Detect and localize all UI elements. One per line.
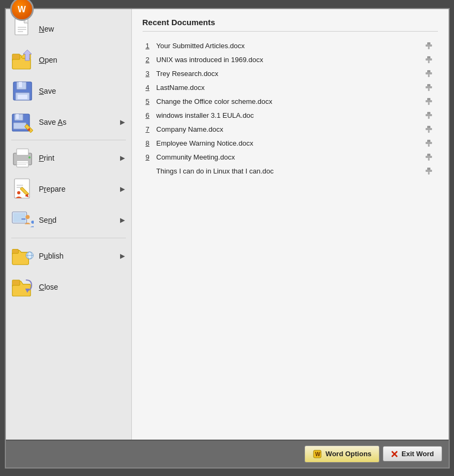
recent-doc-item[interactable]: 2UNIX was introduced in 1969.docx (143, 53, 438, 67)
exit-icon (391, 450, 398, 458)
recent-doc-item[interactable]: 3Trey Research.docx (143, 67, 438, 81)
sidebar-item-publish[interactable]: Publish▶ (6, 240, 131, 271)
sidebar: New Open Save Save As▶ (6, 9, 132, 440)
doc-number: 1 (146, 42, 157, 50)
doc-pin-icon[interactable] (423, 97, 435, 106)
svg-rect-48 (428, 61, 429, 63)
svg-rect-62 (426, 128, 432, 130)
doc-pin-icon[interactable] (423, 70, 435, 78)
doc-pin-icon[interactable] (423, 125, 435, 134)
doc-name: Things I can do in Linux that I can.doc (157, 167, 419, 175)
svg-rect-57 (428, 102, 429, 105)
svg-text:W: W (315, 451, 321, 457)
dialog-body: New Open Save Save As▶ (6, 9, 449, 440)
publish-icon (11, 245, 34, 267)
sidebar-item-prepare[interactable]: Prepare▶ (6, 173, 131, 205)
svg-rect-63 (428, 130, 429, 133)
divider-after-send (11, 238, 126, 238)
svg-rect-51 (428, 74, 429, 77)
print-arrow-icon: ▶ (120, 154, 125, 162)
recent-doc-item[interactable]: Things I can do in Linux that I can.doc (143, 164, 438, 178)
svg-rect-60 (428, 116, 429, 119)
svg-rect-45 (428, 47, 429, 49)
svg-point-32 (25, 215, 29, 219)
word-options-icon: W (312, 449, 322, 459)
svg-rect-54 (428, 88, 429, 91)
send-icon (11, 209, 34, 231)
doc-number: 7 (146, 125, 157, 133)
doc-name: Company Name.docx (157, 125, 419, 133)
svg-rect-50 (426, 72, 432, 74)
sidebar-label-save: Save (39, 87, 56, 95)
svg-rect-56 (426, 100, 432, 102)
recent-doc-item[interactable]: 5Change the Office color scheme.docx (143, 95, 438, 109)
sidebar-label-saveas: Save As (39, 118, 66, 126)
doc-pin-icon[interactable] (423, 167, 435, 176)
svg-rect-9 (19, 82, 22, 87)
svg-rect-72 (428, 172, 429, 175)
svg-point-21 (28, 156, 31, 158)
svg-rect-15 (13, 123, 26, 129)
word-options-button[interactable]: W Word Options (304, 445, 379, 463)
doc-name: Trey Research.docx (157, 70, 419, 78)
sidebar-label-close: Close (39, 283, 58, 291)
dialog-footer: W Word Options Exit Word (6, 440, 449, 467)
svg-rect-20 (17, 161, 28, 167)
svg-rect-69 (428, 158, 429, 161)
doc-pin-icon[interactable] (423, 56, 435, 64)
doc-number: 2 (146, 56, 157, 64)
doc-number: 8 (146, 139, 157, 147)
sidebar-label-send: Send (39, 216, 57, 224)
sidebar-item-close[interactable]: Close (6, 271, 131, 303)
doc-pin-icon[interactable] (423, 84, 435, 92)
svg-text:W: W (18, 5, 26, 14)
recent-doc-item[interactable]: 9Community Meeting.docx (143, 150, 438, 164)
recent-doc-item[interactable]: 6windows installer 3.1 EULA.doc (143, 109, 438, 123)
doc-number: 4 (146, 84, 157, 92)
recent-doc-item[interactable]: 7Company Name.docx (143, 123, 438, 137)
main-dialog: W New Open Save (5, 8, 450, 469)
svg-rect-71 (426, 170, 432, 172)
recent-doc-item[interactable]: 4LastName.docx (143, 81, 438, 95)
exit-word-button[interactable]: Exit Word (383, 446, 442, 462)
svg-point-29 (17, 191, 20, 194)
sidebar-label-publish: Publish (39, 252, 64, 260)
sidebar-item-open[interactable]: Open (6, 44, 131, 75)
sidebar-item-save[interactable]: Save (6, 75, 131, 107)
svg-rect-65 (426, 142, 432, 144)
sidebar-label-print: Print (39, 154, 55, 162)
doc-pin-icon[interactable] (423, 111, 435, 120)
svg-rect-31 (13, 213, 25, 222)
svg-rect-6 (12, 54, 20, 59)
doc-name: UNIX was introduced in 1969.docx (157, 56, 419, 64)
doc-number: 9 (146, 153, 157, 161)
svg-rect-14 (16, 114, 19, 119)
doc-pin-icon[interactable] (423, 42, 435, 50)
publish-arrow-icon: ▶ (120, 252, 125, 260)
sidebar-item-saveas[interactable]: Save As▶ (6, 107, 131, 138)
doc-number: 6 (146, 111, 157, 119)
sidebar-label-new: New (39, 25, 54, 33)
svg-rect-68 (426, 156, 432, 158)
doc-number: 3 (146, 70, 157, 78)
office-button[interactable]: W (10, 0, 34, 21)
sidebar-item-print[interactable]: Print▶ (6, 142, 131, 173)
doc-pin-icon[interactable] (423, 139, 435, 148)
svg-rect-19 (17, 149, 28, 155)
saveas-arrow-icon: ▶ (120, 118, 125, 126)
sidebar-item-send[interactable]: Send▶ (6, 205, 131, 236)
saveas-icon (11, 111, 34, 133)
doc-number: 5 (146, 97, 157, 105)
recent-doc-item[interactable]: 8Employee Warning Notice.docx (143, 137, 438, 150)
doc-pin-icon[interactable] (423, 153, 435, 162)
doc-name: Change the Office color scheme.docx (157, 97, 419, 105)
doc-name: Your Submitted Articles.docx (157, 42, 419, 50)
doc-name: Community Meeting.docx (157, 153, 419, 161)
close-icon (11, 276, 34, 298)
recent-doc-item[interactable]: 1Your Submitted Articles.docx (143, 39, 438, 53)
prepare-icon (11, 178, 34, 200)
doc-name: LastName.docx (157, 84, 419, 92)
save-icon (11, 80, 34, 102)
svg-rect-66 (428, 144, 429, 147)
print-icon (11, 147, 34, 169)
